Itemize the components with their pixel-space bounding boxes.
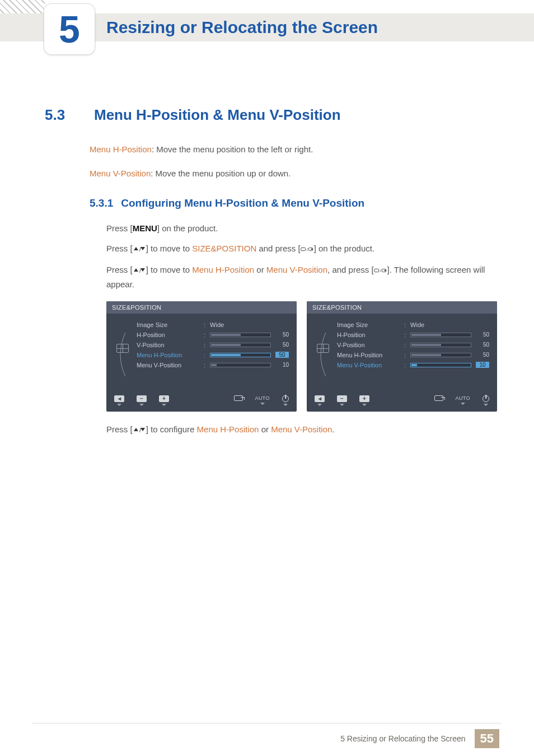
- page-footer: 5 Resizing or Relocating the Screen 55: [0, 729, 534, 748]
- svg-text:/: /: [380, 268, 381, 272]
- osd-curve-decoration: [118, 333, 129, 377]
- osd-power-button: [483, 395, 489, 406]
- osd-source-button: [234, 395, 243, 406]
- svg-rect-10: [374, 269, 378, 272]
- osd-title: SIZE&POSITION: [106, 301, 297, 314]
- source-enter-icon: /: [374, 264, 387, 278]
- paragraph-menu-v: Menu V-Position: Move the menu position …: [90, 167, 500, 180]
- svg-marker-14: [134, 428, 138, 431]
- svg-rect-3: [301, 248, 305, 250]
- source-enter-icon: /: [301, 243, 314, 256]
- step-3: Press [/] to move to Menu H-Position or …: [106, 263, 500, 291]
- up-down-arrows-icon: /: [133, 264, 146, 278]
- osd-selected-label: Menu H-Position: [137, 352, 198, 358]
- section-heading: 5.3 Menu H-Position & Menu V-Position: [45, 106, 500, 124]
- footer-text: 5 Resizing or Relocating the Screen: [340, 734, 465, 743]
- step-2: Press [/] to move to SIZE&POSITION and p…: [106, 242, 500, 256]
- osd-minus-button: −: [337, 395, 347, 406]
- step-4: Press [/] to configure Menu H-Position o…: [106, 423, 500, 437]
- osd-labels: Image Size H-Position V-Position Menu H-…: [337, 321, 399, 375]
- up-down-arrows-icon: /: [133, 243, 146, 256]
- up-down-arrows-icon: /: [133, 424, 146, 437]
- menu-button-label: MENU: [133, 223, 157, 233]
- svg-marker-2: [140, 247, 145, 250]
- power-icon: [282, 395, 289, 402]
- osd-auto-button: AUTO: [456, 395, 470, 406]
- footer-rule: [32, 723, 502, 724]
- osd-plus-button: +: [359, 395, 369, 406]
- osd-panel-menu-h: SIZE&POSITION Image Size H-Position V-Po…: [106, 301, 297, 412]
- chapter-number: 5: [59, 7, 80, 51]
- svg-point-13: [384, 269, 386, 271]
- svg-marker-0: [134, 247, 138, 250]
- svg-text:/: /: [306, 247, 307, 251]
- page-number: 55: [475, 729, 499, 748]
- osd-selected-label: Menu V-Position: [337, 362, 399, 368]
- osd-power-button: [282, 395, 289, 406]
- osd-curve-decoration: [318, 333, 329, 377]
- osd-source-button: [434, 395, 443, 406]
- svg-point-6: [311, 248, 312, 250]
- step-1: Press [MENU] on the product.: [106, 222, 500, 235]
- osd-plus-button: +: [159, 395, 169, 406]
- paragraph-menu-h: Menu H-Position: Move the menu position …: [90, 143, 500, 156]
- osd-minus-button: −: [137, 395, 147, 406]
- osd-auto-button: AUTO: [255, 395, 270, 406]
- osd-panel-menu-v: SIZE&POSITION Image Size H-Position V-Po…: [307, 301, 497, 412]
- osd-values: :Wide :50 :50 :50 :10: [204, 321, 289, 375]
- svg-marker-9: [140, 268, 145, 272]
- section-number: 5.3: [45, 106, 78, 124]
- svg-marker-7: [134, 268, 138, 272]
- chapter-title: Resizing or Relocating the Screen: [106, 18, 378, 37]
- svg-marker-16: [140, 428, 145, 431]
- subsection-heading: 5.3.1Configuring Menu H-Position & Menu …: [90, 197, 500, 209]
- osd-back-button: ◂: [315, 395, 325, 406]
- section-title: Menu H-Position & Menu V-Position: [94, 106, 341, 124]
- osd-values: :Wide :50 :50 :50 :10: [404, 321, 489, 375]
- osd-back-button: ◂: [114, 395, 124, 406]
- chapter-badge: 5: [44, 3, 95, 55]
- osd-labels: Image Size H-Position V-Position Menu H-…: [137, 321, 198, 375]
- power-icon: [483, 395, 489, 402]
- osd-title: SIZE&POSITION: [307, 301, 497, 314]
